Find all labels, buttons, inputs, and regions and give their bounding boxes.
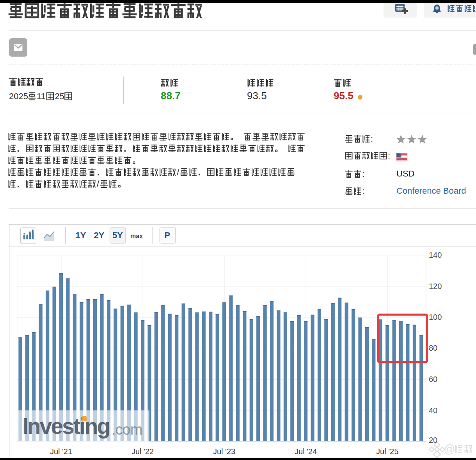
svg-text::: : (362, 186, 364, 196)
svg-text:/: / (177, 167, 179, 177)
svg-text:Investing: Investing (22, 414, 109, 439)
svg-text:@: @ (444, 443, 455, 455)
svg-text::: : (388, 151, 390, 160)
svg-text:11: 11 (37, 91, 46, 101)
svg-text::: : (362, 169, 364, 179)
svg-text:2025: 2025 (9, 91, 28, 101)
svg-text::: : (371, 134, 373, 144)
svg-text:25: 25 (55, 91, 64, 101)
svg-text:/: / (97, 178, 99, 189)
svg-text:.com: .com (112, 421, 142, 438)
